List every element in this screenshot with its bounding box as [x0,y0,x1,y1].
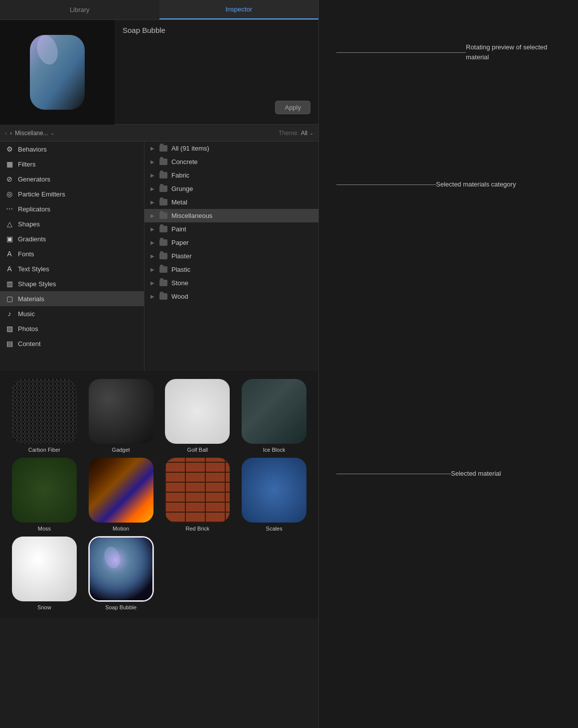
sidebar-item-photos[interactable]: ▨Photos [0,321,144,336]
material-label: Carbon Fiber [28,447,60,453]
sidebar-item-materials[interactable]: ▢Materials [0,291,144,306]
category-arrow-icon: ▶ [150,294,155,299]
folder-icon [159,226,167,232]
sidebar-item-shape-styles[interactable]: ▥Shape Styles [0,276,144,291]
material-item-moss[interactable]: Moss [8,458,81,532]
material-item-motion[interactable]: Motion [85,458,157,532]
category-arrow-icon: ▶ [150,240,155,245]
category-label: Plastic [171,266,190,273]
material-item-scales[interactable]: Scales [238,458,310,532]
forward-arrow[interactable]: › [10,130,12,137]
sidebar-item-behaviors[interactable]: ⚙Behaviors [0,142,144,157]
category-label: Fabric [171,172,189,179]
sidebar-label: Text Styles [18,265,49,273]
tab-inspector[interactable]: Inspector [159,0,319,19]
sidebar-item-gradients[interactable]: ▣Gradients [0,231,144,246]
tab-bar: Library Inspector [0,0,318,20]
preview-description [123,34,310,101]
theme-label: Theme: [279,130,299,137]
sidebar-label: Photos [18,325,38,333]
apply-button[interactable]: Apply [275,101,310,114]
sidebar-item-generators[interactable]: ⊘Generators [0,172,144,186]
sidebar-item-particle-emitters[interactable]: ◎Particle Emitters [0,186,144,201]
category-arrow-icon: ▶ [150,253,155,259]
category-item-plaster[interactable]: ▶Plaster [144,249,318,263]
category-item-all-91-items[interactable]: ▶All (91 items) [144,142,318,155]
material-label: Golf Ball [187,447,208,453]
category-arrow-icon: ▶ [150,267,155,272]
sidebar-list: ⚙Behaviors▦Filters⊘Generators◎Particle E… [0,142,144,371]
material-thumb-moss [12,458,77,523]
folder-icon [159,145,167,152]
sidebar-icon-content: ▤ [5,339,14,348]
category-item-wood[interactable]: ▶Wood [144,290,318,303]
category-label: Miscellaneous [171,212,212,219]
preview-right: Soap Bubble Apply [115,20,318,124]
sidebar-icon-materials: ▢ [5,294,14,303]
folder-icon [159,293,167,300]
category-item-paint[interactable]: ▶Paint [144,222,318,236]
sidebar-item-shapes[interactable]: △Shapes [0,216,144,231]
material-item-golf-ball[interactable]: Golf Ball [161,379,234,453]
category-arrow-icon: ▶ [150,280,155,286]
category-item-paper[interactable]: ▶Paper [144,236,318,249]
material-item-gadget[interactable]: Gadget [85,379,157,453]
sidebar-label: Filters [18,161,35,168]
category-item-stone[interactable]: ▶Stone [144,276,318,290]
category-list: ▶All (91 items)▶Concrete▶Fabric▶Grunge▶M… [144,142,318,371]
folder-icon [159,159,167,165]
theme-value: All [301,130,307,137]
category-label: Metal [171,198,187,206]
category-item-plastic[interactable]: ▶Plastic [144,263,318,276]
material-item-snow[interactable]: Snow [8,537,81,610]
materials-grid: Carbon FiberGadgetGolf BallIce BlockMoss… [0,371,318,618]
category-label: Plaster [171,252,191,260]
category-arrow-icon: ▶ [150,186,155,191]
category-label: Grunge [171,185,193,192]
sidebar-item-filters[interactable]: ▦Filters [0,157,144,172]
category-arrow-icon: ▶ [150,146,155,151]
theme-selector[interactable]: Theme: All ⌄ [279,130,313,137]
folder-icon [159,199,167,205]
material-item-red-brick[interactable]: Red Brick [161,458,234,532]
folder-icon [159,172,167,179]
material-item-soap-bubble[interactable]: Soap Bubble [85,537,157,610]
sidebar-label: Behaviors [18,146,47,153]
breadcrumb-dropdown[interactable]: Miscellane... ⌄ [15,130,54,137]
sidebar-item-fonts[interactable]: AFonts [0,246,144,261]
breadcrumb-chevron-icon: ⌄ [50,130,54,136]
category-arrow-icon: ▶ [150,213,155,218]
category-item-metal[interactable]: ▶Metal [144,195,318,209]
material-label: Motion [113,526,129,532]
sidebar-item-text-styles[interactable]: AText Styles [0,261,144,276]
category-arrow-icon: ▶ [150,199,155,205]
sidebar-label: Shapes [18,220,40,228]
material-label: Soap Bubble [105,604,137,610]
sidebar-icon-music: ♪ [5,309,14,318]
category-item-grunge[interactable]: ▶Grunge [144,182,318,195]
breadcrumb-bar: ‹ › Miscellane... ⌄ Theme: All ⌄ [0,125,318,142]
folder-icon [159,266,167,273]
category-item-fabric[interactable]: ▶Fabric [144,169,318,182]
sidebar-item-replicators[interactable]: ⋯Replicators [0,201,144,216]
sidebar-label: Generators [18,176,50,183]
material-item-ice-block[interactable]: Ice Block [238,379,310,453]
left-panel: Library Inspector Soap Bubble [0,0,319,728]
tab-library[interactable]: Library [0,0,159,19]
category-arrow-icon: ▶ [150,173,155,178]
material-label: Snow [37,604,51,610]
sidebar-icon-shape-styles: ▥ [5,279,14,288]
sidebar-item-music[interactable]: ♪Music [0,306,144,321]
sidebar-item-content[interactable]: ▤Content [0,336,144,351]
material-item-carbon-fiber[interactable]: Carbon Fiber [8,379,81,453]
annotation-line-material [336,474,451,474]
annotation-category-area: Selected materials category [339,184,558,324]
category-item-concrete[interactable]: ▶Concrete [144,155,318,169]
theme-chevron-icon: ⌄ [309,130,313,136]
category-label: All (91 items) [171,145,209,152]
sidebar-icon-generators: ⊘ [5,175,14,183]
sidebar-label: Particle Emitters [18,190,65,198]
back-arrow[interactable]: ‹ [5,130,7,137]
folder-icon [159,185,167,192]
category-item-miscellaneous[interactable]: ▶Miscellaneous [144,209,318,222]
